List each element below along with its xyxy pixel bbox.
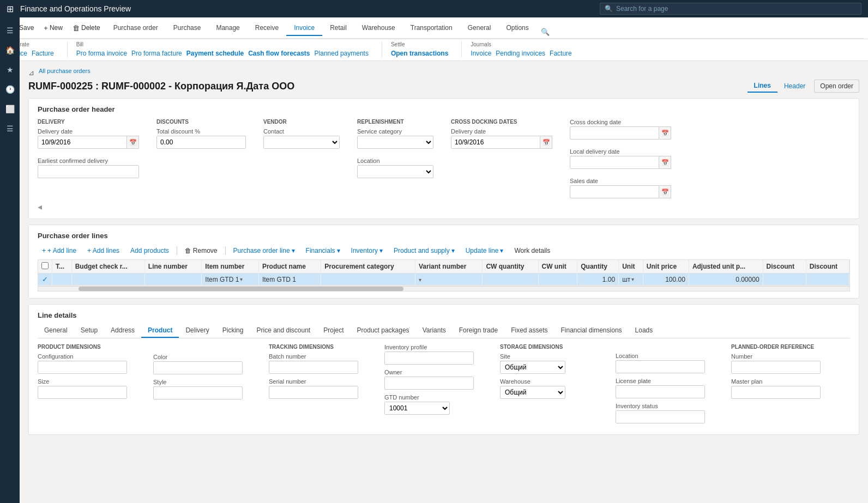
cross-delivery-date-input[interactable]: [451, 136, 540, 149]
open-order-button[interactable]: Open order: [814, 80, 859, 93]
nav-home-icon[interactable]: 🏠: [1, 41, 19, 59]
variant-dropdown[interactable]: ▾: [419, 277, 421, 283]
color-input[interactable]: [153, 361, 243, 374]
service-category-select[interactable]: [357, 136, 433, 149]
location-detail-input[interactable]: [616, 360, 705, 373]
scroll-left-indicator[interactable]: ◂: [38, 201, 42, 213]
cross-docking-date-input[interactable]: [570, 126, 659, 140]
tab-general[interactable]: General: [460, 21, 499, 36]
cross-delivery-date-calendar[interactable]: 📅: [540, 136, 552, 149]
site-select[interactable]: Общий: [500, 361, 565, 374]
planned-payments-link[interactable]: Planned payments: [315, 50, 369, 57]
cross-docking-date-calendar[interactable]: 📅: [659, 126, 671, 140]
nav-recent-icon[interactable]: 🕐: [1, 81, 19, 98]
local-delivery-date-calendar[interactable]: 📅: [659, 156, 671, 169]
select-all-checkbox[interactable]: [41, 262, 49, 269]
tab-lines[interactable]: Lines: [748, 80, 777, 93]
delete-button[interactable]: 🗑 Delete: [68, 22, 105, 34]
product-and-supply-button[interactable]: Product and supply ▾: [389, 245, 459, 256]
pro-forma-facture-link[interactable]: Pro forma facture: [131, 50, 182, 57]
tab-invoice[interactable]: Invoice: [286, 21, 322, 36]
nav-workspaces-icon[interactable]: ⬜: [1, 100, 19, 118]
total-discount-input[interactable]: [156, 136, 246, 149]
master-plan-input[interactable]: [731, 386, 821, 399]
search-ribbon-icon[interactable]: 🔍: [541, 28, 550, 36]
detail-tab-address[interactable]: Address: [104, 324, 141, 338]
detail-tab-general[interactable]: General: [38, 324, 74, 338]
add-line-button[interactable]: + + Add line: [38, 245, 81, 256]
detail-tab-setup[interactable]: Setup: [74, 324, 104, 338]
contact-select[interactable]: [263, 136, 340, 149]
serial-number-input[interactable]: [269, 386, 358, 399]
tab-transportation[interactable]: Transportation: [403, 21, 460, 36]
inventory-profile-input[interactable]: [384, 352, 474, 365]
size-input[interactable]: [38, 386, 127, 399]
location-select[interactable]: [357, 165, 433, 178]
tab-purchase-order[interactable]: Purchase order: [106, 21, 166, 36]
facture-journals-link[interactable]: Facture: [550, 50, 572, 57]
item-number-dropdown[interactable]: ▾: [240, 276, 243, 282]
local-delivery-date-input[interactable]: [570, 156, 659, 169]
delivery-date-input[interactable]: [38, 136, 127, 149]
remove-button[interactable]: 🗑 Remove: [180, 245, 222, 256]
update-line-button[interactable]: Update line ▾: [461, 245, 508, 256]
nav-modules-icon[interactable]: ☰: [1, 120, 19, 137]
add-lines-button[interactable]: + Add lines: [83, 245, 124, 256]
payment-schedule-link[interactable]: Payment schedule: [186, 50, 244, 57]
detail-tab-product-packages[interactable]: Product packages: [351, 324, 416, 338]
tab-options[interactable]: Options: [498, 21, 536, 36]
tab-retail[interactable]: Retail: [322, 21, 354, 36]
detail-tab-product[interactable]: Product: [141, 324, 179, 338]
tab-purchase[interactable]: Purchase: [166, 21, 209, 36]
table-scroll-thumb[interactable]: [79, 287, 403, 291]
inventory-button[interactable]: Inventory ▾: [347, 245, 387, 256]
nav-menu-icon[interactable]: ☰: [1, 22, 19, 39]
sales-date-calendar[interactable]: 📅: [659, 185, 671, 198]
new-button[interactable]: + New: [39, 22, 67, 34]
license-plate-input[interactable]: [616, 385, 705, 398]
detail-tab-delivery[interactable]: Delivery: [179, 324, 215, 338]
breadcrumb[interactable]: All purchase orders: [39, 68, 91, 74]
detail-tab-price-discount[interactable]: Price and discount: [250, 324, 317, 338]
work-details-button[interactable]: Work details: [510, 245, 554, 256]
detail-tab-financial-dimensions[interactable]: Financial dimensions: [554, 324, 629, 338]
detail-tab-project[interactable]: Project: [317, 324, 350, 338]
filter-icon[interactable]: ⊿: [28, 69, 34, 77]
facture-generate-link[interactable]: Facture: [32, 50, 54, 57]
cash-flow-link[interactable]: Cash flow forecasts: [248, 50, 310, 57]
table-row[interactable]: ✓ Item GTD 1 ▾ Item GTD 1: [38, 274, 849, 286]
financials-button[interactable]: Financials ▾: [302, 245, 345, 256]
search-input[interactable]: [616, 5, 857, 13]
inventory-status-input[interactable]: [616, 410, 705, 423]
gtd-number-select[interactable]: 10001: [384, 402, 450, 415]
invoice-journals-link[interactable]: Invoice: [471, 50, 491, 57]
grid-icon[interactable]: ⊞: [7, 4, 14, 14]
delivery-date-calendar[interactable]: 📅: [127, 136, 139, 149]
tab-manage[interactable]: Manage: [208, 21, 247, 36]
detail-tab-fixed-assets[interactable]: Fixed assets: [504, 324, 554, 338]
tab-header[interactable]: Header: [777, 80, 812, 93]
add-products-button[interactable]: Add products: [126, 245, 173, 256]
configuration-input[interactable]: [38, 361, 127, 374]
search-bar[interactable]: 🔍: [600, 3, 861, 15]
row-item-number[interactable]: Item GTD 1 ▾: [202, 274, 259, 286]
pending-invoices-link[interactable]: Pending invoices: [496, 50, 545, 57]
detail-tab-foreign-trade[interactable]: Foreign trade: [453, 324, 504, 338]
open-transactions-link[interactable]: Open transactions: [391, 50, 448, 57]
nav-favorites-icon[interactable]: ★: [1, 61, 19, 78]
pro-forma-invoice-link[interactable]: Pro forma invoice: [76, 50, 127, 57]
owner-input[interactable]: [384, 377, 474, 390]
style-input[interactable]: [153, 386, 243, 399]
table-scroll-bar[interactable]: [38, 286, 850, 292]
earliest-confirmed-input[interactable]: [38, 165, 139, 178]
number-input[interactable]: [731, 361, 821, 374]
warehouse-select[interactable]: Общий: [500, 386, 565, 399]
batch-number-input[interactable]: [269, 361, 358, 374]
tab-receive[interactable]: Receive: [248, 21, 286, 36]
detail-tab-variants[interactable]: Variants: [416, 324, 453, 338]
detail-tab-loads[interactable]: Loads: [629, 324, 660, 338]
tab-warehouse[interactable]: Warehouse: [354, 21, 403, 36]
unit-dropdown[interactable]: ▾: [631, 276, 634, 282]
purchase-order-line-button[interactable]: Purchase order line ▾: [229, 245, 299, 256]
sales-date-input[interactable]: [570, 185, 659, 198]
